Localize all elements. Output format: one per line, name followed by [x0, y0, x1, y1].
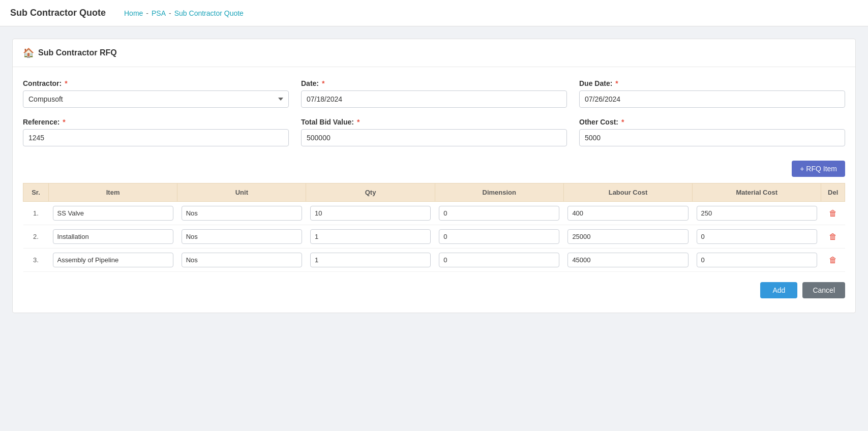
col-sr: Sr. — [23, 183, 49, 202]
contractor-label: Contractor: * — [23, 79, 289, 87]
row-material-cost[interactable] — [693, 202, 821, 225]
row-dimension[interactable] — [435, 225, 563, 249]
add-rfq-item-button[interactable]: + RFQ Item — [792, 161, 845, 177]
breadcrumb-home[interactable]: Home — [124, 9, 143, 17]
item-input[interactable] — [53, 229, 173, 244]
reference-group: Reference: * — [23, 118, 289, 146]
other-cost-group: Other Cost: * — [579, 118, 845, 146]
delete-icon[interactable]: 🗑 — [829, 256, 837, 264]
home-icon: 🏠 — [23, 47, 34, 58]
reference-input[interactable] — [23, 129, 289, 146]
contractor-group: Contractor: * Compusoft — [23, 79, 289, 108]
other-cost-required: * — [621, 118, 624, 126]
col-labour-cost: Labour Cost — [563, 183, 692, 202]
breadcrumb: Home - PSA - Sub Contractor Quote — [124, 9, 244, 17]
item-input[interactable] — [53, 253, 173, 267]
qty-input[interactable] — [310, 229, 431, 244]
qty-input[interactable] — [310, 206, 431, 221]
row-labour-cost[interactable] — [563, 249, 692, 272]
labour-cost-input[interactable] — [567, 229, 688, 244]
unit-input[interactable] — [182, 206, 302, 221]
row-unit[interactable] — [177, 202, 306, 225]
add-button[interactable]: Add — [760, 282, 797, 298]
col-item: Item — [49, 183, 177, 202]
unit-input[interactable] — [182, 253, 302, 267]
item-input[interactable] — [53, 206, 173, 221]
rfq-table: Sr. Item Unit Qty Dimension Labour Cost … — [23, 183, 845, 272]
row-labour-cost[interactable] — [563, 202, 692, 225]
topbar: Sub Contractor Quote Home - PSA - Sub Co… — [0, 0, 868, 26]
due-date-group: Due Date: * — [579, 79, 845, 108]
due-date-required: * — [615, 79, 618, 87]
action-row: Add Cancel — [23, 272, 845, 300]
breadcrumb-sep1: - — [146, 9, 148, 17]
material-cost-input[interactable] — [697, 206, 817, 221]
row-unit[interactable] — [177, 225, 306, 249]
row-sr: 1. — [23, 202, 49, 225]
labour-cost-input[interactable] — [567, 206, 688, 221]
row-qty[interactable] — [306, 249, 435, 272]
dimension-input[interactable] — [439, 253, 559, 267]
row-qty[interactable] — [306, 202, 435, 225]
reference-label: Reference: * — [23, 118, 289, 126]
labour-cost-input[interactable] — [567, 253, 688, 267]
row-item[interactable] — [49, 202, 177, 225]
col-material-cost: Material Cost — [693, 183, 821, 202]
unit-input[interactable] — [182, 229, 302, 244]
due-date-input[interactable] — [579, 90, 845, 108]
material-cost-input[interactable] — [697, 253, 817, 267]
card-title: Sub Contractor RFQ — [38, 48, 117, 57]
date-group: Date: * — [301, 79, 567, 108]
delete-icon[interactable]: 🗑 — [829, 232, 837, 241]
total-bid-label: Total Bid Value: * — [301, 118, 567, 126]
row-item[interactable] — [49, 225, 177, 249]
table-row: 1. 🗑 — [23, 202, 845, 225]
other-cost-input[interactable] — [579, 129, 845, 146]
table-row: 3. 🗑 — [23, 249, 845, 272]
date-required: * — [322, 79, 324, 87]
contractor-required: * — [65, 79, 67, 87]
form-row-2: Reference: * Total Bid Value: * Other Co… — [23, 118, 845, 146]
other-cost-label: Other Cost: * — [579, 118, 845, 126]
main-content: 🏠 Sub Contractor RFQ Contractor: * Compu… — [0, 26, 868, 325]
table-header-row: Sr. Item Unit Qty Dimension Labour Cost … — [23, 183, 845, 202]
row-qty[interactable] — [306, 225, 435, 249]
card-header: 🏠 Sub Contractor RFQ — [13, 39, 855, 67]
col-dimension: Dimension — [435, 183, 563, 202]
reference-required: * — [63, 118, 65, 126]
col-qty: Qty — [306, 183, 435, 202]
breadcrumb-psa[interactable]: PSA — [152, 9, 166, 17]
row-del[interactable]: 🗑 — [821, 202, 845, 225]
app-title: Sub Contractor Quote — [10, 8, 106, 18]
row-sr: 2. — [23, 225, 49, 249]
row-material-cost[interactable] — [693, 225, 821, 249]
row-item[interactable] — [49, 249, 177, 272]
row-material-cost[interactable] — [693, 249, 821, 272]
table-row: 2. 🗑 — [23, 225, 845, 249]
cancel-button[interactable]: Cancel — [802, 282, 845, 298]
breadcrumb-sep2: - — [169, 9, 171, 17]
dimension-input[interactable] — [439, 206, 559, 221]
table-header: Sr. Item Unit Qty Dimension Labour Cost … — [23, 183, 845, 202]
rfq-button-row: + RFQ Item — [23, 157, 845, 183]
due-date-label: Due Date: * — [579, 79, 845, 87]
delete-icon[interactable]: 🗑 — [829, 209, 837, 218]
date-label: Date: * — [301, 79, 567, 87]
row-labour-cost[interactable] — [563, 225, 692, 249]
material-cost-input[interactable] — [697, 229, 817, 244]
date-input[interactable] — [301, 90, 567, 108]
row-unit[interactable] — [177, 249, 306, 272]
breadcrumb-current: Sub Contractor Quote — [174, 9, 244, 17]
qty-input[interactable] — [310, 253, 431, 267]
row-dimension[interactable] — [435, 249, 563, 272]
total-bid-input[interactable] — [301, 129, 567, 146]
row-dimension[interactable] — [435, 202, 563, 225]
row-del[interactable]: 🗑 — [821, 225, 845, 249]
dimension-input[interactable] — [439, 229, 559, 244]
form-row-1: Contractor: * Compusoft Date: * — [23, 79, 845, 108]
row-del[interactable]: 🗑 — [821, 249, 845, 272]
contractor-select[interactable]: Compusoft — [23, 90, 289, 108]
table-body: 1. 🗑 2. 🗑 3. 🗑 — [23, 202, 845, 272]
card-body: Contractor: * Compusoft Date: * — [13, 67, 855, 313]
col-del: Del — [821, 183, 845, 202]
